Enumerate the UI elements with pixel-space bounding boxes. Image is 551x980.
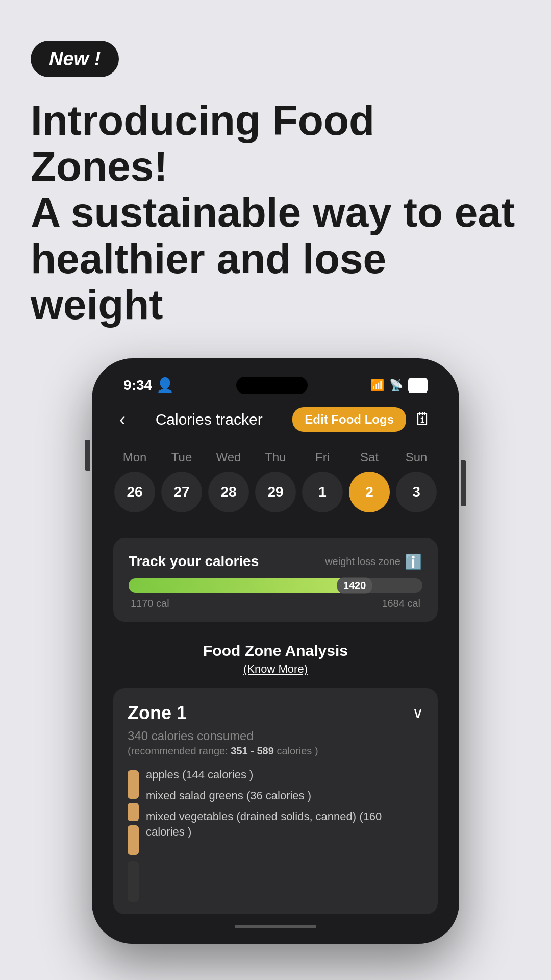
calendar-icon[interactable]: 🗓: [414, 409, 432, 429]
signal-icon: 📶: [370, 379, 384, 392]
chevron-down-icon[interactable]: ∨: [412, 704, 423, 722]
max-cal-marker: 1684 cal: [382, 598, 420, 609]
know-more-link[interactable]: (Know More): [243, 663, 308, 675]
status-bar: 9:34 👤 📶 📡 28: [101, 368, 450, 399]
edit-food-logs-button[interactable]: Edit Food Logs: [292, 407, 406, 432]
day-3[interactable]: 3: [396, 472, 437, 512]
day-2-active[interactable]: 2: [349, 472, 390, 512]
zone1-consumed: 340 calories consumed: [128, 729, 423, 743]
zone1-header: Zone 1 ∨: [128, 702, 423, 724]
calories-card: Track your calories weight loss zone ℹ️ …: [113, 538, 438, 622]
day-label-wed: Wed: [208, 450, 249, 464]
home-bar: [235, 925, 316, 928]
zone-label: weight loss zone: [325, 556, 400, 568]
day-label-sat: Sat: [349, 450, 390, 464]
week-days-header: Mon Tue Wed Thu Fri Sat Sun: [111, 450, 440, 464]
info-icon[interactable]: ℹ️: [405, 553, 422, 570]
food-names-list: apples (144 calories ) mixed salad green…: [146, 767, 423, 840]
calories-card-title: Track your calories: [129, 553, 259, 570]
battery-indicator: 28: [408, 378, 428, 393]
status-icons: 📶 📡 28: [370, 378, 428, 393]
day-label-fri: Fri: [302, 450, 343, 464]
status-time: 9:34 👤: [123, 377, 174, 394]
day-label-thu: Thu: [255, 450, 296, 464]
zone-analysis-section: Food Zone Analysis (Know More): [101, 632, 450, 681]
progress-markers: 1170 cal 1684 cal: [129, 598, 422, 609]
headline: Introducing Food Zones! A sustainable wa…: [31, 97, 520, 328]
phone-mockup: 9:34 👤 📶 📡 28 ‹ Calories tracker Edit Fo…: [92, 358, 459, 944]
home-indicator: [101, 919, 450, 935]
food-bar-3: [128, 825, 139, 855]
week-calendar: Mon Tue Wed Thu Fri Sat Sun 26 27 28 29 …: [101, 440, 450, 528]
zone-analysis-title: Food Zone Analysis: [113, 642, 438, 659]
wifi-icon: 📡: [389, 379, 403, 392]
day-label-sun: Sun: [396, 450, 437, 464]
food-bar-2: [128, 803, 139, 821]
zone1-title: Zone 1: [128, 702, 187, 724]
min-cal-marker: 1170 cal: [131, 598, 169, 609]
nav-bar: ‹ Calories tracker Edit Food Logs 🗓: [101, 399, 450, 440]
day-label-tue: Tue: [161, 450, 202, 464]
day-28[interactable]: 28: [208, 472, 249, 512]
back-button[interactable]: ‹: [119, 409, 126, 430]
calories-value: 1420: [337, 577, 372, 593]
zone1-recommended: (recommended range: 351 - 589 calories ): [128, 745, 423, 757]
week-days-numbers: 26 27 28 29 1 2 3: [111, 472, 440, 512]
zone1-card: Zone 1 ∨ 340 calories consumed (recommen…: [113, 688, 438, 914]
food-bar-1: [128, 770, 139, 799]
nav-right-actions: Edit Food Logs 🗓: [292, 407, 432, 432]
new-badge: New !: [31, 41, 119, 77]
progress-fill: 1420: [129, 578, 358, 593]
food-item-1: apples (144 calories ): [146, 767, 423, 783]
day-26[interactable]: 26: [114, 472, 155, 512]
day-29[interactable]: 29: [255, 472, 296, 512]
person-icon: 👤: [156, 377, 174, 394]
food-items-list: apples (144 calories ) mixed salad green…: [128, 767, 423, 902]
day-1[interactable]: 1: [302, 472, 343, 512]
food-item-2: mixed salad greens (36 calories ): [146, 788, 423, 804]
day-27[interactable]: 27: [161, 472, 202, 512]
food-item-3: mixed vegetables (drained solids, canned…: [146, 809, 423, 841]
day-label-mon: Mon: [114, 450, 155, 464]
dynamic-island: [236, 377, 308, 394]
page-title: Calories tracker: [156, 411, 263, 428]
calories-card-header: Track your calories weight loss zone ℹ️: [129, 553, 422, 570]
food-bar-empty: [128, 861, 139, 902]
calories-progress-bar: 1420: [129, 578, 422, 593]
food-bars-visual: [128, 767, 139, 902]
